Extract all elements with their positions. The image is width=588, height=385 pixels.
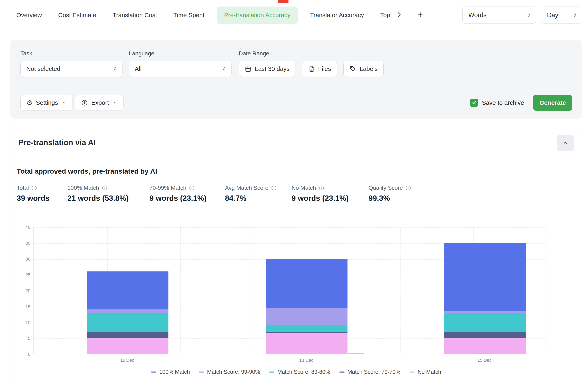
date-range-label: Date Range: (239, 50, 384, 57)
task-select-value: Not selected (26, 65, 61, 72)
unit-select[interactable]: Words (462, 6, 536, 24)
download-icon (81, 99, 88, 106)
stat-100-match: 100% Match 21 words (53.8%) (67, 185, 149, 203)
legend-item-no-match[interactable]: No Match (409, 369, 441, 375)
legend-item-100-match[interactable]: 100% Match (151, 369, 190, 375)
bar-segment[interactable] (87, 271, 168, 310)
chevron-up-icon (562, 140, 568, 147)
date-range-button[interactable]: Last 30 days (239, 61, 295, 77)
labels-button[interactable]: Labels (343, 61, 383, 77)
legend-item-79-70[interactable]: Match Score: 79-70% (339, 369, 400, 375)
stat-total-label: Total (17, 185, 29, 191)
legend-dash-icon (409, 371, 415, 373)
v-gridline (180, 227, 181, 354)
calendar-icon (245, 65, 252, 72)
period-select[interactable]: Day (541, 6, 582, 24)
legend-label: Match Score: 89-80% (277, 369, 330, 375)
language-select[interactable]: All (129, 61, 231, 77)
stat-no-match-value: 9 words (23.1%) (292, 194, 369, 203)
tab-time-spent[interactable]: Time Spent (173, 12, 204, 19)
chart-plot (34, 227, 546, 354)
filter-divider (10, 88, 582, 88)
bar-segment[interactable] (266, 325, 348, 332)
tab-translator-accuracy[interactable]: Translator Accuracy (310, 12, 364, 19)
unfold-icon (526, 12, 531, 18)
y-tick-label: 15 (25, 304, 30, 309)
bar-segment[interactable] (444, 311, 526, 313)
y-tick-label: 20 (25, 288, 30, 294)
unfold-icon (222, 66, 227, 71)
legend-label: Match Score: 99-90% (207, 369, 260, 375)
export-button[interactable]: Export (75, 95, 124, 111)
add-report-tab-button[interactable] (416, 10, 425, 20)
stat-quality-score-value: 99.3% (369, 194, 411, 203)
stat-quality-score-label: Quality Score (369, 185, 403, 191)
legend-dash-icon (151, 371, 156, 373)
tab-pre-translation-accuracy[interactable]: Pre-translation Accuracy (217, 6, 298, 24)
tab-cost-estimate[interactable]: Cost Estimate (58, 12, 96, 19)
info-icon[interactable] (318, 185, 324, 191)
bar-segment[interactable] (87, 313, 168, 332)
export-button-label: Export (91, 99, 109, 106)
save-to-archive-checkbox[interactable] (470, 99, 478, 107)
stat-total: Total 39 words (17, 185, 67, 203)
bar-segment[interactable] (444, 332, 526, 338)
generate-button[interactable]: Generate (533, 95, 572, 111)
tab-top-truncated[interactable]: Top (380, 12, 390, 19)
info-icon[interactable] (102, 185, 108, 191)
filter-panel: Task Not selected Language All Date Rang… (10, 40, 582, 119)
settings-button[interactable]: ⚙ Settings (21, 95, 72, 111)
info-icon[interactable] (31, 185, 37, 191)
chart-legend: 100% Match Match Score: 99-90% Match Sco… (10, 369, 582, 375)
tag-icon (349, 65, 356, 72)
legend-dash-icon (199, 371, 204, 373)
language-select-value: All (135, 65, 142, 72)
x-tick-label: 11 Dec (120, 358, 134, 363)
y-tick-label: 30 (25, 257, 30, 262)
report-card: Pre-translation via AI Total approved wo… (10, 127, 582, 385)
files-button[interactable]: Files (302, 61, 337, 77)
bar-segment[interactable] (266, 259, 348, 308)
bar-segment[interactable] (444, 313, 526, 332)
stat-quality-score: Quality Score 99.3% (369, 185, 411, 203)
bar-segment[interactable] (266, 332, 348, 333)
task-label: Task (21, 50, 123, 57)
bar-segment[interactable] (444, 243, 526, 311)
stat-avg-match-score-value: 84.7% (225, 194, 292, 203)
bar-segment[interactable] (87, 338, 168, 354)
legend-item-89-80[interactable]: Match Score: 89-80% (269, 369, 330, 375)
chevron-down-icon (113, 100, 118, 105)
report-divider (10, 160, 582, 160)
y-tick-label: 5 (28, 336, 30, 341)
legend-item-99-90[interactable]: Match Score: 99-90% (199, 369, 260, 375)
collapse-report-button[interactable] (557, 135, 574, 151)
bar-segment[interactable] (266, 333, 348, 354)
info-icon[interactable] (271, 185, 277, 191)
tab-overview[interactable]: Overview (16, 12, 42, 19)
unit-select-value: Words (468, 11, 486, 19)
check-icon (471, 100, 477, 106)
task-select[interactable]: Not selected (21, 61, 123, 77)
info-icon[interactable] (405, 185, 411, 191)
bar-segment[interactable] (87, 309, 168, 313)
files-button-label: Files (318, 65, 331, 72)
bar-segment[interactable] (266, 308, 348, 325)
save-to-archive-label: Save to archive (482, 99, 524, 106)
chevron-right-icon (396, 11, 403, 19)
mini-bar-segment[interactable] (348, 353, 364, 354)
file-icon (308, 65, 315, 72)
bar-segment[interactable] (444, 338, 526, 354)
stat-avg-match-score: Avg Match Score 84.7% (225, 185, 292, 203)
v-gridline (546, 227, 547, 354)
stat-70-99-match-value: 9 words (23.1%) (149, 194, 225, 203)
y-tick-label: 40 (25, 225, 30, 230)
stat-avg-match-score-label: Avg Match Score (225, 185, 269, 191)
bar-segment[interactable] (87, 332, 168, 338)
tabs-scroll-right-button[interactable] (394, 10, 404, 20)
info-icon[interactable] (189, 185, 195, 191)
y-axis-labels: 0510152025303540 (10, 217, 30, 364)
stat-100-match-label: 100% Match (67, 185, 99, 191)
tab-translation-cost[interactable]: Translation Cost (113, 12, 157, 19)
y-tick-label: 0 (28, 352, 30, 357)
period-select-value: Day (547, 11, 558, 19)
